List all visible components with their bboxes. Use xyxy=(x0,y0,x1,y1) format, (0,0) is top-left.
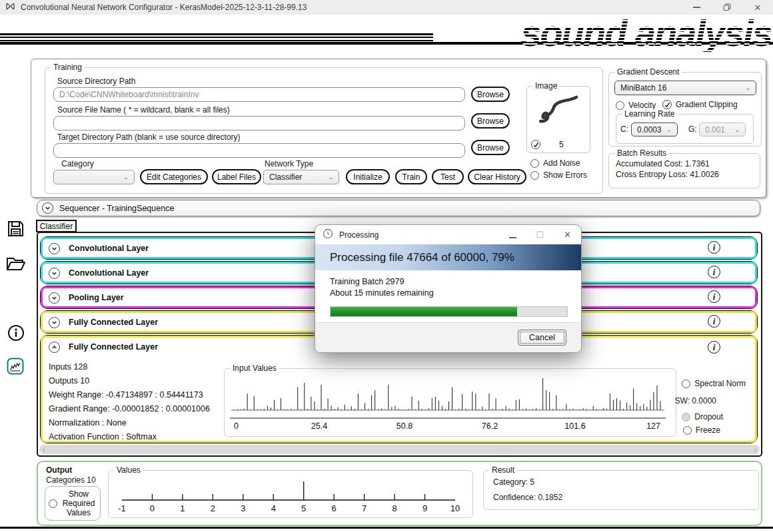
network-type-dropdown[interactable]: Classifier⌄ xyxy=(263,170,339,184)
dropout-option[interactable]: Dropout xyxy=(682,412,723,421)
source-dir-input[interactable]: D:\Code\CNNWhiteboard\mnist\trainInv xyxy=(53,87,465,102)
svg-text:8: 8 xyxy=(392,503,396,513)
svg-text:25.4: 25.4 xyxy=(311,421,327,431)
sequencer-expander-icon[interactable] xyxy=(42,202,53,214)
result-label: Result xyxy=(489,465,517,475)
chevron-up-icon[interactable] xyxy=(49,342,60,353)
training-group: Training Source Directory Path D:\Code\C… xyxy=(45,67,603,194)
logo-triple-lines xyxy=(0,33,433,41)
chart-icon[interactable] xyxy=(7,358,24,378)
chevron-down-icon[interactable] xyxy=(49,317,60,328)
svg-text:0: 0 xyxy=(234,421,239,431)
c-rate-dropdown[interactable]: 0.0003⌄ xyxy=(631,123,678,136)
batch-results-group: Batch Results Accumulated Cost: 1.7361 C… xyxy=(608,153,760,188)
category-dropdown[interactable]: ⌄ xyxy=(53,170,135,184)
tab-classifier[interactable]: Classifier xyxy=(36,220,77,232)
add-noise-radio[interactable] xyxy=(530,159,539,168)
gradient-clipping-checkbox[interactable] xyxy=(662,100,672,109)
scroll-right-icon[interactable]: › xyxy=(754,446,756,453)
layer-info-icon[interactable]: i xyxy=(708,266,720,278)
svg-text:50.8: 50.8 xyxy=(396,421,412,431)
dialog-title: Processing xyxy=(339,230,379,240)
cancel-button[interactable]: Cancel xyxy=(518,330,566,346)
target-dir-input[interactable] xyxy=(53,143,465,158)
freeze-option[interactable]: Freeze xyxy=(683,425,720,435)
app-window: Convolutional Neural Network Configurato… xyxy=(0,0,773,532)
source-file-input[interactable] xyxy=(53,116,465,131)
logo-band: sound analysis xyxy=(0,15,773,57)
input-values-label: Input Values xyxy=(230,364,279,373)
input-values-chart: 025.450.876.2101.6127 xyxy=(229,374,670,434)
layer-name: Convolutional Layer xyxy=(69,268,149,278)
show-errors-option[interactable]: Show Errors xyxy=(530,170,587,180)
svg-text:5: 5 xyxy=(301,503,306,513)
gd-method-dropdown[interactable]: MiniBatch 16⌄ xyxy=(614,81,756,95)
values-group: Values -1012345678910 xyxy=(108,470,473,518)
velocity-option[interactable]: Velocity xyxy=(616,101,656,110)
spectral-norm-radio[interactable] xyxy=(682,380,690,388)
browse-source-dir-button[interactable]: Browse xyxy=(471,87,510,102)
accumulated-cost-value: Accumulated Cost: 1.7361 xyxy=(616,159,710,168)
gradient-clipping-option[interactable]: Gradient Clipping xyxy=(662,100,738,109)
dialog-maximize-button[interactable] xyxy=(536,229,544,241)
svg-text:3: 3 xyxy=(241,503,245,513)
input-values-group: Input Values 025.450.876.2101.6127 xyxy=(224,368,676,437)
scroll-left-icon[interactable]: ‹ xyxy=(43,446,45,453)
freeze-radio[interactable] xyxy=(683,426,692,435)
dialog-titlebar: Processing ✕ xyxy=(315,225,581,244)
svg-text:127: 127 xyxy=(646,421,660,431)
spectral-norm-option[interactable]: Spectral Norm xyxy=(682,379,746,388)
configuration-panel: Training Source Directory Path D:\Code\C… xyxy=(31,59,766,198)
show-errors-radio[interactable] xyxy=(530,171,539,180)
g-rate-dropdown[interactable]: 0.001⌄ xyxy=(699,123,746,136)
horizontal-scrollbar[interactable]: ‹ › xyxy=(39,445,760,454)
chevron-down-icon[interactable] xyxy=(49,243,60,254)
layer-info-icon[interactable]: i xyxy=(708,341,720,354)
chevron-down-icon[interactable] xyxy=(49,268,60,279)
info-icon[interactable] xyxy=(7,324,25,344)
g-label: G: xyxy=(688,125,697,134)
svg-text:10: 10 xyxy=(450,503,460,513)
output-values-chart: -1012345678910 xyxy=(111,475,471,516)
layer-info-icon[interactable]: i xyxy=(708,315,720,328)
save-icon[interactable] xyxy=(7,220,25,240)
velocity-radio[interactable] xyxy=(616,101,624,110)
clear-history-button[interactable]: Clear History xyxy=(468,169,526,184)
digit-checkbox[interactable] xyxy=(531,140,540,149)
learning-rate-label: Learning Rate xyxy=(622,109,677,119)
app-icon xyxy=(5,1,15,14)
dialog-minimize-button[interactable] xyxy=(509,229,516,241)
chevron-down-icon[interactable] xyxy=(49,292,60,304)
train-button[interactable]: Train xyxy=(395,169,427,184)
c-label: C: xyxy=(620,125,628,134)
dialog-batch-line: Training Batch 2979 xyxy=(330,276,566,288)
initialize-button[interactable]: Initialize xyxy=(346,169,390,184)
output-label: Output xyxy=(46,465,72,475)
dropout-radio[interactable] xyxy=(682,413,690,421)
dialog-remaining-line: About 15 minutes remaining xyxy=(330,288,566,299)
result-confidence: Confidence: 0.1852 xyxy=(493,493,562,502)
layer-info-icon[interactable]: i xyxy=(708,241,720,254)
sequencer-bar[interactable]: Sequencer - TrainingSequence xyxy=(37,200,760,216)
show-required-values-control[interactable]: Show Required Values xyxy=(45,486,101,521)
edit-categories-button[interactable]: Edit Categories xyxy=(140,169,208,184)
layer-info-icon[interactable]: i xyxy=(708,290,720,303)
gradient-descent-group: Gradient Descent MiniBatch 16⌄ Velocity … xyxy=(608,72,762,146)
layer-name: Fully Connected Layer xyxy=(69,318,158,327)
open-folder-icon[interactable] xyxy=(6,255,26,275)
svg-text:1: 1 xyxy=(180,503,185,513)
label-files-button[interactable]: Label Files xyxy=(212,169,261,184)
show-required-radio[interactable] xyxy=(49,499,57,508)
browse-source-file-button[interactable]: Browse xyxy=(471,113,510,129)
svg-text:2: 2 xyxy=(211,503,215,513)
stat-gradient-range: Gradient Range: -0.00001852 : 0.00001006 xyxy=(49,402,210,416)
browse-target-dir-button[interactable]: Browse xyxy=(471,140,510,155)
layer-stats: Inputs 128 Outputs 10 Weight Range: -0.4… xyxy=(49,360,210,444)
target-dir-label: Target Directory Path (blank = use sourc… xyxy=(57,133,240,142)
add-noise-option[interactable]: Add Noise xyxy=(530,158,580,168)
result-group: Result Category: 5 Confidence: 0.1852 xyxy=(483,470,759,510)
result-category: Category: 5 xyxy=(493,477,534,487)
test-button[interactable]: Test xyxy=(432,169,464,184)
progress-fill xyxy=(331,307,517,316)
dialog-close-button[interactable]: ✕ xyxy=(564,230,571,240)
